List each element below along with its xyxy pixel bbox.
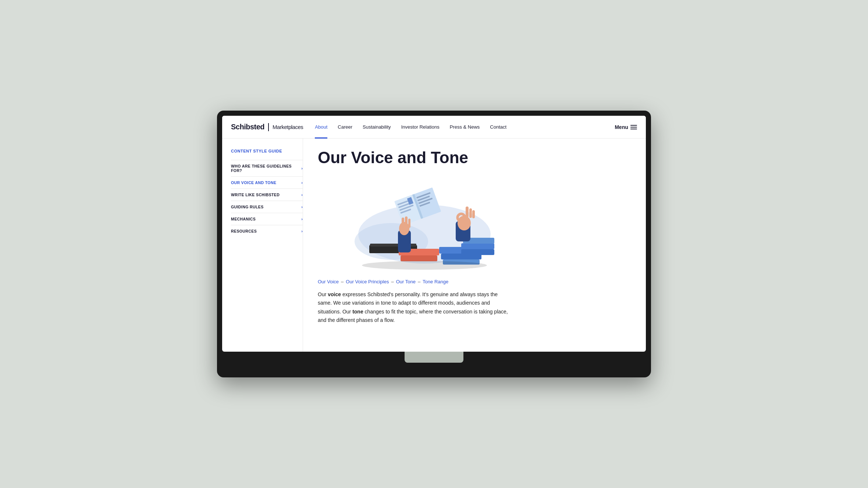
chevron-icon-resources: › [301,229,303,233]
nav-link-investor[interactable]: Investor Relations [396,116,445,139]
nav-link-sustainability[interactable]: Sustainability [357,116,396,139]
chevron-icon-voice: › [301,180,303,185]
sidebar: CONTENT STYLE GUIDE WHO ARE THESE GUIDEL… [222,139,303,352]
hamburger-icon [630,125,637,129]
monitor-stand [405,352,463,363]
sidebar-item-write[interactable]: WRITE LIKE SCHIBSTED › [231,189,303,201]
sidebar-section-title: CONTENT STYLE GUIDE [231,149,303,153]
anchor-links: Our Voice – Our Voice Principles – Our T… [318,279,633,284]
monitor-screen: Schibsted Marketplaces About Career Sust… [222,116,646,352]
logo-text: Schibsted [231,123,264,131]
svg-point-35 [362,261,487,270]
sidebar-item-guiding[interactable]: GUIDING RULES › [231,201,303,213]
anchor-our-tone[interactable]: Our Tone [396,279,416,284]
chevron-icon-who: › [301,166,303,171]
svg-rect-29 [472,210,475,218]
monitor: Schibsted Marketplaces About Career Sust… [217,111,651,377]
svg-rect-33 [405,216,408,227]
nav-link-career[interactable]: Career [332,116,357,139]
page-content: CONTENT STYLE GUIDE WHO ARE THESE GUIDEL… [222,139,646,352]
body-bold-voice: voice [328,291,341,297]
sep-1: – [341,279,344,284]
sidebar-item-resources[interactable]: RESOURCES › [231,225,303,237]
logo-divider [268,123,269,131]
anchor-voice-principles[interactable]: Our Voice Principles [346,279,389,284]
anchor-tone-range[interactable]: Tone Range [423,279,448,284]
sidebar-item-mechanics-label: MECHANICS [231,217,256,221]
svg-rect-28 [469,208,472,218]
svg-rect-9 [461,243,494,249]
chevron-icon-guiding: › [301,205,303,209]
svg-rect-11 [461,249,494,255]
illustration [318,175,509,271]
sidebar-item-who[interactable]: WHO ARE THESE GUIDELINES FOR? › [231,160,303,176]
body-bold-tone: tone [352,309,363,315]
menu-label: Menu [615,124,628,130]
sidebar-item-guiding-label: GUIDING RULES [231,205,264,209]
sidebar-item-voice[interactable]: OUR VOICE AND TONE › [231,176,303,189]
sidebar-item-voice-label: OUR VOICE AND TONE [231,180,276,185]
nav-link-press[interactable]: Press & News [445,116,485,139]
anchor-our-voice[interactable]: Our Voice [318,279,339,284]
nav-link-contact[interactable]: Contact [485,116,512,139]
sidebar-item-who-label: WHO ARE THESE GUIDELINES FOR? [231,164,301,173]
chevron-icon-write: › [301,193,303,197]
navigation: Schibsted Marketplaces About Career Sust… [222,116,646,139]
svg-rect-5 [401,255,437,261]
sep-3: – [418,279,420,284]
svg-rect-27 [466,207,469,218]
chevron-icon-mechanics: › [301,217,303,221]
menu-button[interactable]: Menu [615,124,637,130]
nav-link-about[interactable]: About [310,116,332,139]
main-content: Our Voice and Tone [303,139,646,352]
nav-links: About Career Sustainability Investor Rel… [310,116,615,139]
sidebar-item-resources-label: RESOURCES [231,229,257,233]
sidebar-item-mechanics[interactable]: MECHANICS › [231,213,303,225]
body-text: Our voice expresses Schibsted's personal… [318,290,509,324]
body-text-1: Our [318,291,328,297]
svg-rect-32 [402,218,404,228]
nav-marketplaces-logo: Marketplaces [273,124,303,130]
page-title: Our Voice and Tone [318,149,633,166]
logo[interactable]: Schibsted Marketplaces [231,123,303,131]
sidebar-item-write-label: WRITE LIKE SCHIBSTED [231,193,280,197]
svg-rect-34 [408,219,410,228]
sep-2: – [391,279,394,284]
